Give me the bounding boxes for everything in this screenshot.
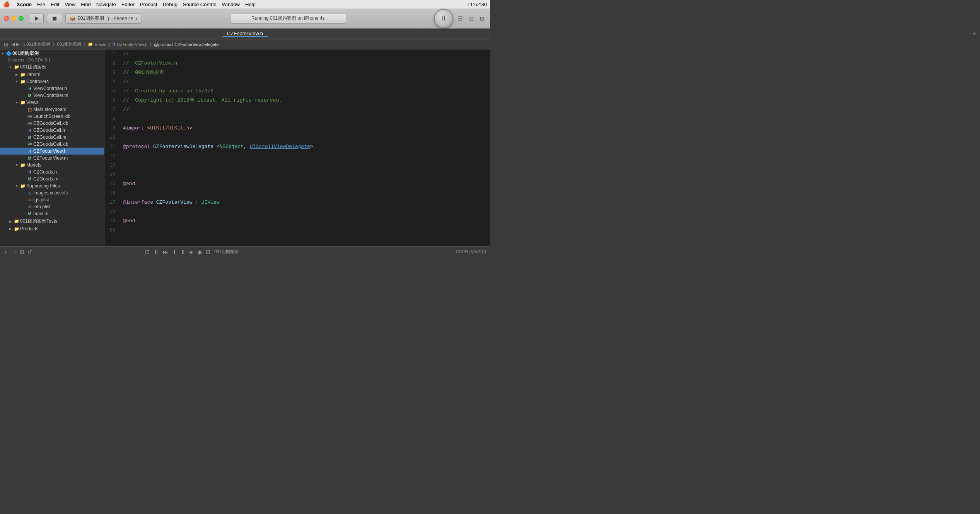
menu-source-control[interactable]: Source Control: [183, 2, 217, 7]
sidebar-models[interactable]: ▼ 📁 Models: [0, 162, 104, 168]
line-code-19[interactable]: @end: [120, 216, 490, 226]
sidebar-czgoodscell-xib[interactable]: xib CZGoodsCell.xib: [0, 120, 104, 127]
sidebar-info-plist[interactable]: ⊟ Info.plist: [0, 203, 104, 210]
sidebar-czgoodscell-h[interactable]: H CZGoodsCell.h: [0, 127, 104, 134]
line-code-9[interactable]: #import <UIKit/UIKit.h>: [120, 124, 490, 133]
sidebar-czgoods-h[interactable]: H CZGoods.h: [0, 168, 104, 175]
add-file-icon[interactable]: +: [4, 249, 7, 255]
active-tab[interactable]: CZFooterView.h: [222, 31, 268, 37]
minimize-button[interactable]: −: [11, 16, 16, 21]
sidebar-supporting-files[interactable]: ▼ 📁 Supporting Files: [0, 182, 104, 189]
sidebar-czgoodscell-m[interactable]: M CZGoodsCell.m: [0, 134, 104, 141]
sidebar-main-m[interactable]: M main.m: [0, 210, 104, 217]
line-code-8[interactable]: [120, 114, 490, 124]
code-coverage-icon[interactable]: ⊟: [206, 249, 210, 255]
sidebar-views[interactable]: ▼ 📁 Views: [0, 99, 104, 106]
line-code-20[interactable]: [120, 226, 490, 235]
line-code-5[interactable]: // Created by apple on 15/3/2.: [120, 87, 490, 96]
sidebar-czfooterview-m[interactable]: M CZFooterView.m: [0, 155, 104, 162]
line-code-16[interactable]: [120, 189, 490, 198]
navigator-style-icon-1[interactable]: ≡: [14, 249, 17, 255]
sidebar-project-root[interactable]: ▼ 🔷 001团购案例: [0, 49, 104, 58]
line-code-2[interactable]: // CZFooterView.h: [120, 59, 490, 68]
breadcrumb-views[interactable]: Views: [95, 42, 106, 47]
project-disclosure-icon[interactable]: ▼: [0, 52, 5, 56]
line-code-7[interactable]: //: [120, 105, 490, 114]
app-name[interactable]: Xcode: [17, 2, 32, 7]
menu-file[interactable]: File: [37, 2, 45, 7]
breadcrumb-group[interactable]: 001团购案例: [57, 41, 81, 47]
menu-window[interactable]: Window: [222, 2, 240, 7]
breadcrumb-back-icon[interactable]: ◀: [12, 42, 15, 47]
controllers-disclosure-icon[interactable]: ▼: [14, 80, 19, 83]
menu-find[interactable]: Find: [81, 2, 90, 7]
line-code-3[interactable]: // 001团购案例: [120, 68, 490, 77]
run-button[interactable]: [30, 13, 44, 24]
nav-grid-icon[interactable]: ⊞: [4, 41, 9, 48]
sidebar-czfooterview-h[interactable]: H CZFooterView.h: [0, 148, 104, 155]
main-group-disclosure-icon[interactable]: ▼: [8, 65, 13, 69]
navigator-style-icon-2[interactable]: ⊞: [20, 249, 24, 255]
line-code-12[interactable]: [120, 151, 490, 161]
utilities-toggle-button[interactable]: ⊟: [478, 15, 486, 22]
menu-editor[interactable]: Editor: [121, 2, 135, 7]
line-code-13[interactable]: [120, 161, 490, 170]
tests-disclosure-icon[interactable]: ▶: [8, 220, 13, 223]
sidebar-viewcontroller-m[interactable]: M ViewController.m: [0, 92, 104, 99]
menu-view[interactable]: View: [65, 2, 75, 7]
line-code-1[interactable]: //: [120, 49, 490, 59]
breadcrumb-symbol[interactable]: @protocol CZFooterViewDelegate: [154, 42, 219, 47]
sidebar-tgs-plist[interactable]: ⊟ tgs.plist: [0, 196, 104, 203]
menu-help[interactable]: Help: [245, 2, 256, 7]
location2-icon[interactable]: ◉: [197, 249, 202, 255]
maximize-button[interactable]: +: [19, 16, 24, 21]
step-out-icon[interactable]: ⬇: [172, 249, 177, 255]
pause-button[interactable]: ⏸: [434, 9, 453, 28]
menu-debug[interactable]: Debug: [163, 2, 178, 7]
line-code-17[interactable]: @interface CZFooterView : UIView: [120, 198, 490, 207]
menu-product[interactable]: Product: [140, 2, 157, 7]
breakpoint-icon[interactable]: ⊡: [145, 249, 150, 255]
menu-edit[interactable]: Edit: [51, 2, 59, 7]
sidebar-czgoodscell-xib-2[interactable]: xib CZGoodsCell.xib: [0, 141, 104, 148]
sidebar-tests[interactable]: ▶ 📁 001团购案例Tests: [0, 217, 104, 225]
others-disclosure-icon[interactable]: ▶: [14, 73, 19, 77]
line-code-6[interactable]: // Copyright (c) 2015年 itcast. All right…: [120, 96, 490, 105]
sidebar-viewcontroller-h[interactable]: H ViewController.h: [0, 85, 104, 92]
line-code-18[interactable]: [120, 207, 490, 216]
line-code-14[interactable]: [120, 170, 490, 179]
sidebar-products[interactable]: ▶ 📁 Products: [0, 225, 104, 232]
sidebar-images-xcassets[interactable]: ⊞ Images.xcassets: [0, 189, 104, 196]
sidebar-controllers[interactable]: ▼ 📁 Controllers: [0, 78, 104, 85]
breadcrumb-file[interactable]: CZFooterView.h: [117, 42, 147, 47]
czgoodscell-h-label: CZGoodsCell.h: [33, 128, 65, 133]
debug-toggle-button[interactable]: ⊡: [468, 15, 475, 22]
menu-navigate[interactable]: Navigate: [96, 2, 116, 7]
line-code-10[interactable]: [120, 133, 490, 142]
scheme-selector[interactable]: 📦 001团购案例 ❯ iPhone 4s ▾: [65, 13, 142, 24]
navigator-style-icon-3[interactable]: ↺: [27, 249, 32, 255]
supporting-disclosure-icon[interactable]: ▼: [14, 184, 19, 188]
sidebar-others[interactable]: ▶ 📁 Others: [0, 71, 104, 78]
breadcrumb-project[interactable]: 001团购案例: [26, 41, 50, 47]
line-code-11[interactable]: @protocol CZFooterViewDelegate <NSObject…: [120, 142, 490, 151]
step-over-icon[interactable]: ⏸: [154, 249, 159, 255]
code-editor[interactable]: 1 // 2 // CZFooterView.h 3 // 001团购案例 4 …: [104, 49, 490, 246]
views-disclosure-icon[interactable]: ▼: [14, 100, 19, 104]
location-icon[interactable]: ◈: [189, 249, 193, 255]
sidebar-main-group[interactable]: ▼ 📁 001团购案例: [0, 63, 104, 71]
stop-button[interactable]: [47, 14, 62, 23]
models-disclosure-icon[interactable]: ▼: [14, 163, 19, 167]
breadcrumb-forward-icon[interactable]: ▶: [16, 42, 19, 47]
sidebar-czgoods-m[interactable]: M CZGoods.m: [0, 175, 104, 182]
sidebar-launchscreen-xib[interactable]: xib LaunchScreen.xib: [0, 113, 104, 120]
thread-icon[interactable]: ⬆: [181, 249, 185, 255]
sidebar-main-storyboard[interactable]: ◫ Main.storyboard: [0, 106, 104, 113]
line-code-15[interactable]: @end: [120, 179, 490, 189]
breadcrumb-h-icon: H: [113, 42, 115, 46]
products-disclosure-icon[interactable]: ▶: [8, 227, 13, 231]
navigator-toggle-button[interactable]: ☰: [456, 15, 464, 22]
step-into-icon[interactable]: ⏭: [163, 249, 168, 255]
close-button[interactable]: ✕: [4, 16, 9, 21]
line-code-4[interactable]: //: [120, 77, 490, 87]
